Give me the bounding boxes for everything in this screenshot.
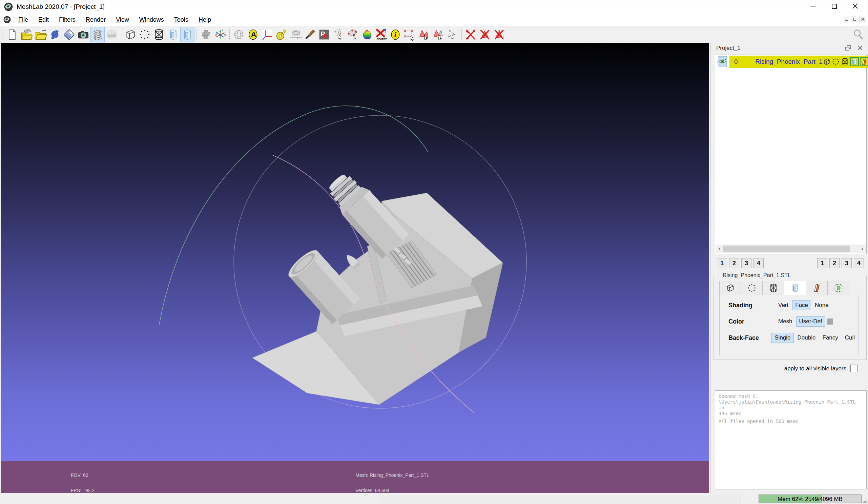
select-vertices-button[interactable] — [403, 27, 417, 42]
wireframe-icon[interactable] — [841, 58, 849, 66]
alignment-button[interactable] — [345, 27, 360, 42]
smooth-shading-button[interactable] — [180, 27, 195, 42]
select-faces-button[interactable] — [417, 27, 431, 42]
mdi-restore-button[interactable] — [851, 16, 858, 22]
save-button[interactable] — [62, 27, 76, 42]
tab-bounding-box[interactable] — [719, 281, 741, 295]
mesh-model — [252, 168, 503, 405]
snapshot-button[interactable] — [76, 27, 91, 42]
snapshot-icon — [77, 29, 90, 41]
menu-tools[interactable]: Tools — [169, 13, 194, 26]
search-icon[interactable] — [852, 28, 864, 40]
float-panel-icon[interactable] — [845, 45, 851, 51]
preset-button-3b[interactable]: 3 — [841, 258, 852, 268]
menu-edit[interactable]: Edit — [33, 13, 54, 26]
mdi-minimize-button[interactable] — [843, 16, 850, 22]
points-button[interactable] — [137, 27, 152, 42]
close-panel-icon[interactable] — [858, 45, 863, 51]
color-userdef-button[interactable]: User-Def — [796, 316, 825, 326]
quality-mapper-button[interactable] — [360, 27, 374, 42]
voxels-icon — [200, 29, 212, 41]
menu-help[interactable]: Help — [194, 13, 216, 26]
point-selection-button[interactable] — [331, 27, 345, 42]
preset-button-1[interactable]: 1 — [717, 258, 727, 268]
preset-button-1b[interactable]: 1 — [817, 258, 827, 268]
georef-button[interactable]: GEOREF — [374, 27, 388, 42]
paint-button[interactable] — [303, 27, 317, 42]
shading-vert-button[interactable]: Vert — [775, 300, 792, 310]
layer-row[interactable]: › 0 Rising_Phoenix_Part_1 — [715, 56, 866, 68]
shading-none-button[interactable]: None — [812, 300, 832, 310]
show-layers-button[interactable] — [91, 27, 105, 42]
new-document-button[interactable] — [5, 27, 19, 42]
scroll-left-icon[interactable]: ‹ — [715, 246, 723, 252]
info-button[interactable]: i — [388, 27, 403, 42]
import-mesh-button[interactable] — [33, 27, 48, 42]
xyz-axes-button[interactable]: YXZ — [213, 27, 227, 42]
preset-button-2[interactable]: 2 — [729, 258, 739, 268]
smooth-shading-icon — [181, 29, 194, 41]
3d-viewport[interactable]: FOV: 60 FPS: 95.2 BO_RENDERING Mesh: Ris… — [1, 43, 709, 493]
reload-button[interactable] — [48, 27, 62, 42]
wireframe-button[interactable] — [152, 27, 166, 42]
trackball-globe-button[interactable] — [232, 27, 246, 42]
apply-all-checkbox[interactable] — [850, 365, 858, 372]
menu-view[interactable]: View — [111, 13, 134, 26]
backface-single-button[interactable]: Single — [772, 333, 794, 343]
close-button[interactable] — [845, 1, 866, 11]
backface-cull-button[interactable]: Cull — [842, 333, 858, 343]
scrollbar-thumb[interactable] — [723, 245, 850, 252]
select-vertices-icon — [403, 29, 416, 41]
smooth-shading-icon[interactable] — [850, 57, 859, 66]
color-mesh-button[interactable]: Mesh — [775, 316, 796, 326]
voxels-button[interactable] — [199, 27, 213, 42]
axes-corner-button[interactable] — [260, 27, 275, 42]
preset-button-4b[interactable]: 4 — [854, 258, 864, 268]
scroll-right-icon[interactable]: › — [858, 246, 866, 252]
pick-points-button[interactable]: PP — [317, 27, 331, 42]
texture-icon[interactable] — [860, 57, 868, 66]
open-project-button[interactable] — [19, 27, 33, 42]
alignment-icon — [347, 29, 359, 41]
menu-bar: File Edit Filters Render View Windows To… — [0, 13, 868, 26]
mdi-close-button[interactable] — [859, 16, 866, 22]
backface-fancy-button[interactable]: Fancy — [819, 333, 841, 343]
delete-vertices-button[interactable] — [464, 27, 478, 42]
horizontal-scrollbar[interactable]: ‹ › — [715, 244, 866, 253]
delete-faces-button[interactable] — [478, 27, 492, 42]
measure-button[interactable] — [275, 27, 289, 42]
ambient-occlusion-button[interactable]: A — [246, 27, 260, 42]
bounding-box-icon[interactable] — [823, 58, 831, 66]
menu-windows[interactable]: Windows — [134, 13, 169, 26]
menu-render[interactable]: Render — [81, 13, 111, 26]
color-swatch[interactable] — [827, 319, 833, 325]
preset-button-3[interactable]: 3 — [741, 258, 752, 268]
selected-layer[interactable]: 0 Rising_Phoenix_Part_1 — [730, 56, 868, 68]
points-icon[interactable] — [832, 58, 840, 66]
resize-grip[interactable] — [862, 499, 867, 503]
tab-points[interactable] — [741, 281, 763, 295]
menu-filters[interactable]: Filters — [54, 13, 81, 26]
menu-file[interactable]: File — [13, 13, 33, 26]
flat-shading-button[interactable] — [166, 27, 180, 42]
import-mesh-icon — [34, 29, 47, 41]
raster-alignment-button[interactable]: Raster Alignment — [289, 27, 303, 42]
select-connected-button[interactable] — [445, 27, 459, 42]
show-raster-button[interactable] — [105, 27, 119, 42]
bounding-box-button[interactable] — [123, 27, 137, 42]
toolbar-handle[interactable] — [2, 29, 3, 40]
maximize-button[interactable] — [824, 1, 845, 11]
tab-voxel[interactable] — [828, 281, 849, 295]
visibility-toggle[interactable] — [718, 56, 727, 67]
minimize-button[interactable] — [803, 1, 824, 11]
delete-faces-vertices-button[interactable] — [492, 27, 506, 42]
flat-shading-icon — [167, 29, 179, 41]
preset-button-2b[interactable]: 2 — [829, 258, 839, 268]
preset-button-4[interactable]: 4 — [754, 258, 764, 268]
tab-texture[interactable] — [806, 281, 828, 295]
select-faces-all-button[interactable] — [431, 27, 445, 42]
backface-double-button[interactable]: Double — [795, 333, 819, 343]
shading-face-button[interactable]: Face — [792, 300, 811, 310]
tab-wireframe[interactable] — [763, 281, 784, 295]
tab-solid[interactable] — [784, 281, 806, 295]
